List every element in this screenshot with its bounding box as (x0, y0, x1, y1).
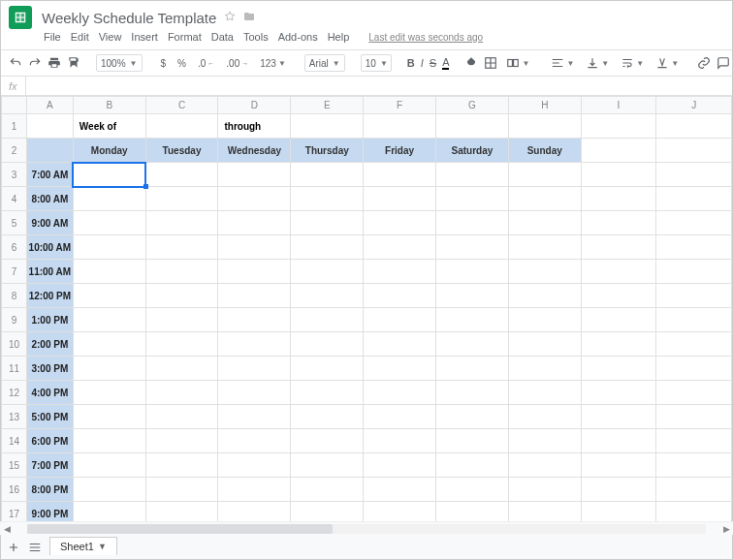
cell[interactable]: 3:00 PM (26, 357, 73, 381)
cell[interactable] (436, 260, 509, 284)
add-sheet-button[interactable] (7, 541, 20, 554)
zoom-select[interactable]: 100%▼ (96, 54, 143, 72)
cell[interactable]: 1:00 PM (26, 308, 73, 332)
increase-decimal-button[interactable]: .00→ (223, 58, 251, 69)
col-header[interactable]: A (26, 97, 73, 114)
cell[interactable] (581, 284, 656, 308)
cell[interactable] (218, 332, 291, 357)
cell[interactable] (364, 211, 436, 235)
insert-comment-button[interactable] (717, 53, 730, 73)
cell[interactable] (581, 235, 656, 260)
cell[interactable] (436, 405, 509, 429)
col-header[interactable]: B (73, 97, 145, 114)
merge-cells-button[interactable]: ▼ (503, 56, 532, 70)
col-header[interactable]: E (291, 97, 364, 114)
cell[interactable] (145, 308, 218, 332)
row-header[interactable]: 4 (2, 187, 27, 211)
cell[interactable] (656, 211, 732, 235)
text-wrap-button[interactable]: ▼ (618, 56, 647, 70)
cell[interactable] (508, 478, 581, 502)
cell[interactable] (436, 381, 509, 405)
cell[interactable] (73, 357, 145, 381)
cell[interactable] (436, 187, 509, 211)
cell[interactable] (581, 453, 656, 478)
cell[interactable] (581, 163, 656, 187)
cell[interactable] (364, 453, 436, 478)
cell[interactable] (364, 478, 436, 502)
cell[interactable] (656, 332, 732, 357)
percent-button[interactable]: % (175, 58, 189, 69)
cell[interactable] (436, 284, 509, 308)
cell[interactable]: Sunday (508, 139, 581, 163)
cell[interactable] (291, 405, 364, 429)
cell[interactable]: 7:00 PM (26, 453, 73, 478)
cell[interactable] (581, 332, 656, 357)
sheets-logo-icon[interactable] (9, 6, 32, 29)
fill-color-button[interactable] (464, 53, 478, 73)
cell[interactable] (73, 453, 145, 478)
cell[interactable] (291, 284, 364, 308)
cell[interactable] (145, 357, 218, 381)
menu-view[interactable]: View (99, 31, 122, 43)
cell[interactable]: Tuesday (145, 139, 218, 163)
cell[interactable] (656, 139, 732, 163)
cell[interactable] (508, 357, 581, 381)
cell[interactable] (508, 429, 581, 453)
cell[interactable] (218, 405, 291, 429)
row-header[interactable]: 14 (2, 429, 27, 453)
row-header[interactable]: 2 (2, 139, 27, 163)
col-header[interactable]: D (218, 97, 291, 114)
row-header[interactable]: 5 (2, 211, 27, 235)
cell[interactable] (145, 429, 218, 453)
cell[interactable] (581, 211, 656, 235)
cell[interactable] (218, 187, 291, 211)
cell[interactable] (73, 332, 145, 357)
cell[interactable] (73, 163, 145, 187)
cell[interactable] (364, 357, 436, 381)
cell[interactable] (581, 139, 656, 163)
cell[interactable] (364, 260, 436, 284)
menu-insert[interactable]: Insert (131, 31, 158, 43)
cell[interactable] (656, 453, 732, 478)
cell[interactable] (218, 163, 291, 187)
cell[interactable] (508, 260, 581, 284)
col-header[interactable]: F (364, 97, 436, 114)
cell[interactable] (656, 381, 732, 405)
cell[interactable] (364, 381, 436, 405)
menu-tools[interactable]: Tools (243, 31, 269, 43)
cell[interactable] (436, 357, 509, 381)
cell[interactable] (581, 429, 656, 453)
menu-data[interactable]: Data (211, 31, 234, 43)
cell[interactable]: 7:00 AM (26, 163, 73, 187)
formula-input[interactable] (26, 77, 732, 95)
cell[interactable] (291, 114, 364, 139)
row-header[interactable]: 10 (2, 332, 27, 357)
insert-link-button[interactable] (697, 53, 711, 73)
menu-file[interactable]: File (44, 31, 61, 43)
cell[interactable] (656, 478, 732, 502)
cell[interactable] (508, 211, 581, 235)
cell[interactable] (656, 405, 732, 429)
cell[interactable] (291, 429, 364, 453)
cell[interactable] (145, 478, 218, 502)
cell[interactable] (581, 478, 656, 502)
cell[interactable] (508, 405, 581, 429)
spreadsheet-grid[interactable]: A B C D E F G H I J 1 Week of through 2 (1, 96, 732, 534)
cell[interactable] (291, 187, 364, 211)
cell[interactable] (73, 284, 145, 308)
cell[interactable]: 8:00 PM (26, 478, 73, 502)
scroll-left-icon[interactable]: ◀ (0, 524, 14, 534)
cell[interactable] (145, 453, 218, 478)
cell[interactable]: 11:00 AM (26, 260, 73, 284)
cell[interactable] (291, 211, 364, 235)
cell[interactable] (145, 284, 218, 308)
menu-help[interactable]: Help (328, 31, 350, 43)
cell[interactable] (291, 163, 364, 187)
cell[interactable]: Wednesday (218, 139, 291, 163)
cell[interactable] (291, 357, 364, 381)
row-header[interactable]: 15 (2, 453, 27, 478)
cell[interactable] (508, 187, 581, 211)
row-header[interactable]: 3 (2, 163, 27, 187)
more-formats-button[interactable]: 123▼ (257, 58, 289, 69)
cell[interactable] (291, 453, 364, 478)
